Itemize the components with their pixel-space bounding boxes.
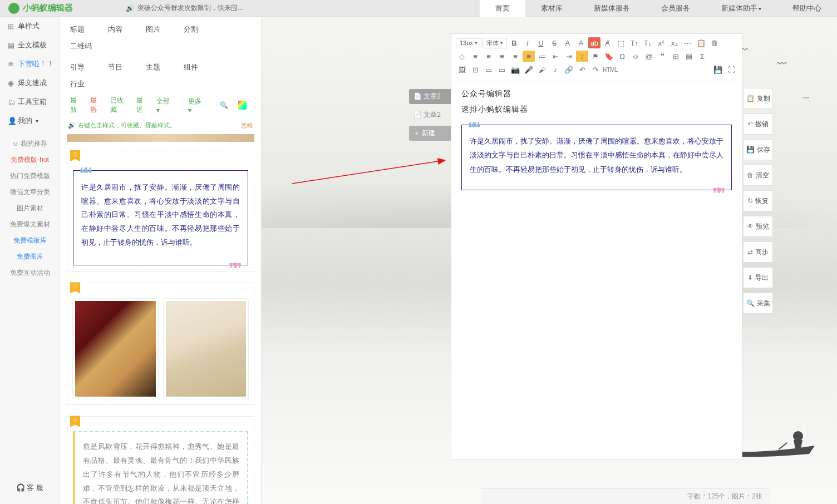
flag-button[interactable]: ⚑ <box>589 51 602 62</box>
clear-button[interactable]: A̸ <box>602 37 614 48</box>
sidebar-snow[interactable]: ❄下雪啦！！ <box>0 55 60 73</box>
rail-sync[interactable]: ⇄同步 <box>743 241 773 263</box>
bold-button[interactable]: B <box>508 37 520 48</box>
customer-service[interactable]: 🎧 客 服 <box>0 477 60 498</box>
fontcolor-button[interactable]: A <box>562 37 574 48</box>
eraser-button[interactable]: ◇ <box>456 51 468 62</box>
sub-free-article[interactable]: 免费爆文素材 <box>0 216 60 233</box>
sidebar-single-style[interactable]: ⊞单样式 <box>0 17 60 36</box>
filter-latest[interactable]: 最新 <box>70 96 82 115</box>
sub-free-interact[interactable]: 免费互动活动 <box>0 265 60 281</box>
sub-button[interactable]: x₂ <box>668 37 681 48</box>
topnav-media[interactable]: 新媒体服务 <box>578 0 646 17</box>
topnav-home[interactable]: 首页 <box>480 0 525 17</box>
rail-save[interactable]: 💾保存 <box>743 139 773 160</box>
tab-divider[interactable]: 分割 <box>184 21 215 38</box>
image-button[interactable]: 🖼 <box>456 64 468 75</box>
search-icon[interactable]: 🔍 <box>220 101 228 109</box>
copy-button[interactable]: 📋 <box>695 37 707 48</box>
quote-button[interactable]: ❞ <box>656 51 668 62</box>
editor-quote-text[interactable]: 许是久居闹市，扰了安静。渐渐，厌倦了周围的喧嚣。愈来愈喜欢，将心安放于淡淡的文字… <box>470 134 723 176</box>
fontsize-up[interactable]: T↑ <box>628 37 641 48</box>
sub-free-template[interactable]: 免费模板库 <box>0 233 60 249</box>
topnav-help[interactable]: 帮助中心 <box>777 0 837 17</box>
tab-component[interactable]: 组件 <box>184 59 215 76</box>
editor-line-1[interactable]: 公众号编辑器 <box>461 89 732 99</box>
brush-button[interactable]: 🖌 <box>536 64 548 75</box>
editor-body[interactable]: 公众号编辑器 速排小蚂蚁编辑器 ❝❝ 许是久居闹市，扰了安静。渐渐，厌倦了周围的… <box>451 81 742 459</box>
style-card-images[interactable]: ♡ <box>67 283 254 405</box>
sidebar-mine[interactable]: 👤我的▾ <box>0 111 60 130</box>
topnav-material[interactable]: 素材库 <box>525 0 578 17</box>
emoji-button[interactable]: ☺ <box>629 51 642 62</box>
save-button[interactable]: 💾 <box>712 64 724 75</box>
tab-qrcode[interactable]: 二维码 <box>70 38 101 55</box>
trash-button[interactable]: 🗑 <box>708 37 721 48</box>
color-picker[interactable] <box>238 101 247 110</box>
form-button[interactable]: ▤ <box>683 51 695 62</box>
rail-undo[interactable]: ↶撤销 <box>743 113 773 135</box>
gallery-button[interactable]: ⊡ <box>469 64 481 75</box>
strike-button[interactable]: S̶ <box>548 37 560 48</box>
tab-image[interactable]: 图片 <box>146 21 177 38</box>
bookmark-button[interactable]: 🔖 <box>603 51 615 62</box>
link-button[interactable]: 🔗 <box>563 64 575 75</box>
tab-festival[interactable]: 节日 <box>108 59 139 76</box>
html-button[interactable]: HTML <box>603 64 618 75</box>
tab-industry[interactable]: 行业 <box>70 76 101 92</box>
style-card-gradient[interactable] <box>67 134 254 142</box>
filter-recent[interactable]: 最近 <box>136 96 149 115</box>
video-button[interactable]: ▭ <box>482 64 495 75</box>
table-button[interactable]: ⊞ <box>669 51 682 62</box>
fontsize-down[interactable]: T↓ <box>642 37 654 48</box>
tab-content[interactable]: 内容 <box>108 21 139 38</box>
sub-recommend[interactable]: ☺ 我的推荐 <box>0 136 60 152</box>
sub-wechat-cat[interactable]: 微信文章分类 <box>0 184 60 200</box>
textbox-button[interactable]: ⬚ <box>615 37 627 48</box>
doc-tab-active[interactable]: 📄 文章2 <box>409 89 451 104</box>
bgcolor-button[interactable]: A <box>575 37 587 48</box>
sidebar-toolbox[interactable]: 🗂工具宝箱 <box>0 92 60 111</box>
more-button[interactable]: ⋯ <box>682 37 694 48</box>
filter-hot[interactable]: 最热 <box>90 96 102 115</box>
sub-free-hot[interactable]: 免费模版-hot <box>0 152 60 168</box>
sub-img-material[interactable]: 图片素材 <box>0 200 60 216</box>
doc-tab-2[interactable]: 📄 文章2 <box>409 107 451 122</box>
tab-title[interactable]: 标题 <box>70 21 101 38</box>
card-button[interactable]: ▭ <box>496 64 508 75</box>
filter-all[interactable]: 全部 ▾ <box>156 97 180 114</box>
editor-quote-block[interactable]: ❝❝ 许是久居闹市，扰了安静。渐渐，厌倦了周围的喧嚣。愈来愈喜欢，将心安放于淡淡… <box>461 125 732 190</box>
music-button[interactable]: ♪ <box>549 64 562 75</box>
rail-preview[interactable]: 👁预览 <box>743 216 773 237</box>
omega-button[interactable]: Ω <box>616 51 628 62</box>
doc-tab-new[interactable]: ＋ 新建 <box>409 126 451 141</box>
tab-theme[interactable]: 主题 <box>146 59 177 76</box>
rail-copy[interactable]: 📋复制 <box>743 88 773 109</box>
fontsize-select[interactable]: 13px▾ <box>456 38 481 47</box>
fontfamily-select[interactable]: 宋体▾ <box>482 38 507 48</box>
align-active[interactable]: ≡ <box>523 51 535 62</box>
sidebar-full-template[interactable]: ▤全文模板 <box>0 36 60 55</box>
rail-clear[interactable]: 🗑清空 <box>743 165 773 186</box>
align-center[interactable]: ≡ <box>482 51 495 62</box>
editor-line-2[interactable]: 速排小蚂蚁编辑器 <box>461 105 732 115</box>
undo-button[interactable]: ↶ <box>576 64 588 75</box>
indent-right[interactable]: ⇥ <box>563 51 575 62</box>
align-right[interactable]: ≡ <box>496 51 508 62</box>
sigma-button[interactable]: Σ <box>696 51 708 62</box>
align-left[interactable]: ≡ <box>469 51 481 62</box>
topnav-member[interactable]: 会员服务 <box>646 0 706 17</box>
rail-export[interactable]: ⬇导出 <box>743 267 773 288</box>
sup-button[interactable]: x² <box>655 37 667 48</box>
sub-free-gallery[interactable]: 免费图库 <box>0 249 60 265</box>
lineheight-button[interactable]: ↕ <box>576 51 588 62</box>
list-ul[interactable]: ≔ <box>536 51 548 62</box>
mic-button[interactable]: 🎤 <box>523 64 535 75</box>
tab-guide[interactable]: 引导 <box>70 59 101 76</box>
style-card-dashed[interactable]: ♡ 愈是风欺雪压，花开得愈精神，愈秀气。她是最有品格、最有灵魂、最有骨气的！我们… <box>67 416 254 504</box>
notice-bar[interactable]: 🔊 突破公众号群发次数限制，快来围... <box>126 3 243 13</box>
expand-button[interactable]: ⛶ <box>725 64 737 75</box>
sub-popular-free[interactable]: 热门免费模版 <box>0 168 60 184</box>
topnav-assistant[interactable]: 新媒体助手▾ <box>706 0 777 17</box>
redo-button[interactable]: ↷ <box>589 64 602 75</box>
